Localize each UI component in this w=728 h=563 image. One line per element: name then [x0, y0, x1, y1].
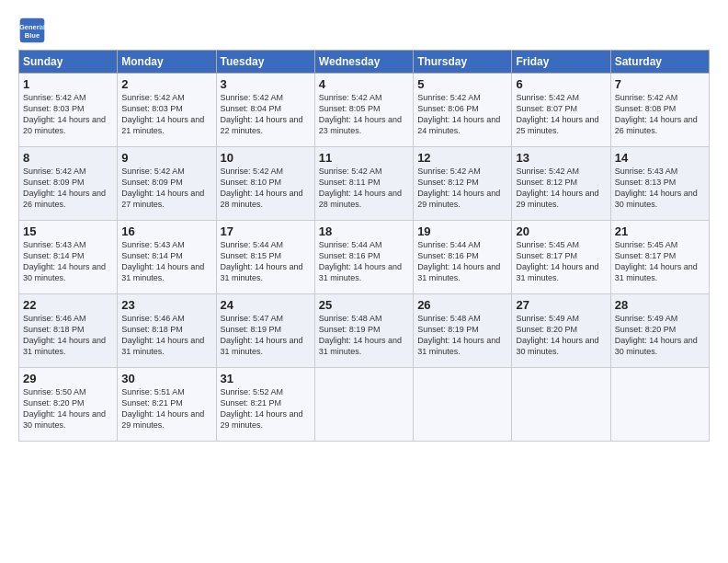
calendar-cell: 21Sunrise: 5:45 AM Sunset: 8:17 PM Dayli… — [610, 221, 709, 294]
calendar-header-friday: Friday — [512, 51, 610, 74]
day-number: 12 — [417, 151, 507, 165]
day-number: 30 — [121, 372, 211, 385]
calendar-week-2: 8Sunrise: 5:42 AM Sunset: 8:09 PM Daylig… — [19, 147, 710, 221]
day-info: Sunrise: 5:49 AM Sunset: 8:20 PM Dayligh… — [516, 313, 606, 358]
calendar-cell: 3Sunrise: 5:42 AM Sunset: 8:04 PM Daylig… — [216, 74, 314, 147]
calendar-header-row: SundayMondayTuesdayWednesdayThursdayFrid… — [19, 51, 710, 74]
calendar-cell: 19Sunrise: 5:44 AM Sunset: 8:16 PM Dayli… — [414, 221, 512, 294]
day-info: Sunrise: 5:52 AM Sunset: 8:21 PM Dayligh… — [221, 386, 311, 431]
day-info: Sunrise: 5:43 AM Sunset: 8:13 PM Dayligh… — [615, 166, 705, 211]
day-number: 20 — [516, 224, 606, 238]
day-number: 24 — [221, 298, 311, 312]
day-info: Sunrise: 5:48 AM Sunset: 8:19 PM Dayligh… — [319, 313, 409, 358]
calendar-cell: 31Sunrise: 5:52 AM Sunset: 8:21 PM Dayli… — [216, 368, 314, 442]
calendar-header-sunday: Sunday — [19, 51, 118, 74]
day-number: 6 — [516, 77, 606, 91]
calendar-cell — [610, 368, 709, 442]
day-number: 14 — [615, 151, 705, 165]
day-info: Sunrise: 5:46 AM Sunset: 8:18 PM Dayligh… — [23, 313, 113, 358]
day-info: Sunrise: 5:43 AM Sunset: 8:14 PM Dayligh… — [23, 239, 113, 284]
calendar-cell: 10Sunrise: 5:42 AM Sunset: 8:10 PM Dayli… — [216, 147, 314, 221]
day-number: 11 — [319, 151, 409, 165]
calendar-cell: 26Sunrise: 5:48 AM Sunset: 8:19 PM Dayli… — [414, 294, 512, 368]
day-info: Sunrise: 5:42 AM Sunset: 8:03 PM Dayligh… — [23, 92, 113, 137]
day-info: Sunrise: 5:42 AM Sunset: 8:06 PM Dayligh… — [417, 92, 507, 137]
day-info: Sunrise: 5:48 AM Sunset: 8:19 PM Dayligh… — [417, 313, 507, 358]
day-number: 29 — [23, 372, 113, 385]
day-info: Sunrise: 5:44 AM Sunset: 8:15 PM Dayligh… — [221, 239, 311, 284]
calendar-cell: 1Sunrise: 5:42 AM Sunset: 8:03 PM Daylig… — [19, 74, 118, 147]
day-number: 26 — [417, 298, 507, 312]
calendar-header-monday: Monday — [118, 51, 216, 74]
day-number: 16 — [121, 224, 211, 238]
calendar-cell: 22Sunrise: 5:46 AM Sunset: 8:18 PM Dayli… — [19, 294, 118, 368]
day-info: Sunrise: 5:42 AM Sunset: 8:09 PM Dayligh… — [23, 166, 113, 211]
day-info: Sunrise: 5:51 AM Sunset: 8:21 PM Dayligh… — [121, 386, 211, 431]
day-number: 2 — [121, 77, 211, 91]
calendar-cell: 24Sunrise: 5:47 AM Sunset: 8:19 PM Dayli… — [216, 294, 314, 368]
calendar-cell — [414, 368, 512, 442]
calendar-cell: 13Sunrise: 5:42 AM Sunset: 8:12 PM Dayli… — [512, 147, 610, 221]
day-number: 27 — [516, 298, 606, 312]
day-info: Sunrise: 5:42 AM Sunset: 8:08 PM Dayligh… — [615, 92, 705, 137]
day-info: Sunrise: 5:42 AM Sunset: 8:07 PM Dayligh… — [516, 92, 606, 137]
calendar-cell: 4Sunrise: 5:42 AM Sunset: 8:05 PM Daylig… — [314, 74, 413, 147]
day-info: Sunrise: 5:42 AM Sunset: 8:09 PM Dayligh… — [121, 166, 211, 211]
day-info: Sunrise: 5:42 AM Sunset: 8:10 PM Dayligh… — [221, 166, 311, 211]
day-number: 21 — [615, 224, 705, 238]
day-number: 31 — [221, 372, 311, 385]
calendar-cell: 9Sunrise: 5:42 AM Sunset: 8:09 PM Daylig… — [118, 147, 216, 221]
calendar-week-1: 1Sunrise: 5:42 AM Sunset: 8:03 PM Daylig… — [19, 74, 710, 147]
calendar-header-tuesday: Tuesday — [216, 51, 314, 74]
calendar-cell: 20Sunrise: 5:45 AM Sunset: 8:17 PM Dayli… — [512, 221, 610, 294]
day-number: 28 — [615, 298, 705, 312]
day-info: Sunrise: 5:45 AM Sunset: 8:17 PM Dayligh… — [615, 239, 705, 284]
day-info: Sunrise: 5:42 AM Sunset: 8:12 PM Dayligh… — [417, 166, 507, 211]
day-number: 13 — [516, 151, 606, 165]
day-number: 5 — [417, 77, 507, 91]
logo: General Blue — [18, 17, 50, 44]
calendar-header-wednesday: Wednesday — [314, 51, 413, 74]
calendar-header-thursday: Thursday — [414, 51, 512, 74]
day-number: 22 — [23, 298, 113, 312]
calendar-cell: 30Sunrise: 5:51 AM Sunset: 8:21 PM Dayli… — [118, 368, 216, 442]
day-number: 3 — [221, 77, 311, 91]
calendar-week-4: 22Sunrise: 5:46 AM Sunset: 8:18 PM Dayli… — [19, 294, 710, 368]
logo-icon: General Blue — [18, 17, 46, 44]
day-info: Sunrise: 5:42 AM Sunset: 8:12 PM Dayligh… — [516, 166, 606, 211]
day-info: Sunrise: 5:42 AM Sunset: 8:11 PM Dayligh… — [319, 166, 409, 211]
calendar-cell: 25Sunrise: 5:48 AM Sunset: 8:19 PM Dayli… — [314, 294, 413, 368]
day-number: 9 — [121, 151, 211, 165]
day-info: Sunrise: 5:42 AM Sunset: 8:05 PM Dayligh… — [319, 92, 409, 137]
calendar-cell: 6Sunrise: 5:42 AM Sunset: 8:07 PM Daylig… — [512, 74, 610, 147]
day-number: 17 — [221, 224, 311, 238]
calendar-week-5: 29Sunrise: 5:50 AM Sunset: 8:20 PM Dayli… — [19, 368, 710, 442]
svg-text:Blue: Blue — [25, 31, 40, 40]
calendar-cell — [314, 368, 413, 442]
page: General Blue SundayMondayTuesdayWednesda… — [0, 0, 728, 451]
day-info: Sunrise: 5:50 AM Sunset: 8:20 PM Dayligh… — [23, 386, 113, 431]
calendar-cell: 18Sunrise: 5:44 AM Sunset: 8:16 PM Dayli… — [314, 221, 413, 294]
calendar-cell: 11Sunrise: 5:42 AM Sunset: 8:11 PM Dayli… — [314, 147, 413, 221]
day-number: 8 — [23, 151, 113, 165]
day-number: 18 — [319, 224, 409, 238]
day-info: Sunrise: 5:42 AM Sunset: 8:04 PM Dayligh… — [221, 92, 311, 137]
calendar-cell: 2Sunrise: 5:42 AM Sunset: 8:03 PM Daylig… — [118, 74, 216, 147]
day-info: Sunrise: 5:42 AM Sunset: 8:03 PM Dayligh… — [121, 92, 211, 137]
day-info: Sunrise: 5:43 AM Sunset: 8:14 PM Dayligh… — [121, 239, 211, 284]
calendar-cell: 23Sunrise: 5:46 AM Sunset: 8:18 PM Dayli… — [118, 294, 216, 368]
day-number: 10 — [221, 151, 311, 165]
day-number: 1 — [23, 77, 113, 91]
day-number: 7 — [615, 77, 705, 91]
calendar-cell: 14Sunrise: 5:43 AM Sunset: 8:13 PM Dayli… — [610, 147, 709, 221]
calendar-week-3: 15Sunrise: 5:43 AM Sunset: 8:14 PM Dayli… — [19, 221, 710, 294]
calendar-cell: 28Sunrise: 5:49 AM Sunset: 8:20 PM Dayli… — [610, 294, 709, 368]
calendar-cell: 7Sunrise: 5:42 AM Sunset: 8:08 PM Daylig… — [610, 74, 709, 147]
day-info: Sunrise: 5:46 AM Sunset: 8:18 PM Dayligh… — [121, 313, 211, 358]
calendar-header-saturday: Saturday — [610, 51, 709, 74]
calendar-cell: 15Sunrise: 5:43 AM Sunset: 8:14 PM Dayli… — [19, 221, 118, 294]
day-number: 15 — [23, 224, 113, 238]
day-number: 19 — [417, 224, 507, 238]
day-info: Sunrise: 5:45 AM Sunset: 8:17 PM Dayligh… — [516, 239, 606, 284]
calendar-cell: 5Sunrise: 5:42 AM Sunset: 8:06 PM Daylig… — [414, 74, 512, 147]
